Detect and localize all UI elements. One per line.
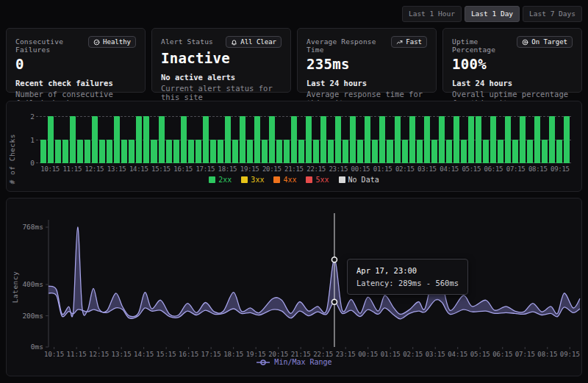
bar-2xx[interactable] bbox=[159, 116, 165, 163]
bar-2xx[interactable] bbox=[483, 140, 489, 163]
bar-2xx[interactable] bbox=[62, 140, 68, 163]
bar-2xx[interactable] bbox=[166, 140, 172, 163]
latency-y-axis-label: Latency bbox=[11, 271, 19, 304]
badge-label: Fast bbox=[406, 38, 422, 46]
bar-2xx[interactable] bbox=[40, 140, 46, 163]
bar-2xx[interactable] bbox=[306, 116, 312, 163]
bar-2xx[interactable] bbox=[276, 140, 282, 163]
range-button-7-days[interactable]: Last 7 Days bbox=[523, 6, 582, 22]
legend-item-5xx[interactable]: 5xx bbox=[306, 176, 329, 184]
bar-2xx[interactable] bbox=[143, 116, 149, 163]
x-tick-label: 10:15 bbox=[40, 165, 60, 173]
bar-2xx[interactable] bbox=[498, 140, 503, 163]
status-badge-healthy: Healthy bbox=[88, 36, 136, 48]
bar-2xx[interactable] bbox=[269, 116, 275, 163]
range-button-1-day[interactable]: Last 1 Day bbox=[465, 6, 520, 22]
bar-2xx[interactable] bbox=[196, 140, 201, 163]
bar-2xx[interactable] bbox=[556, 140, 562, 163]
latency-chart[interactable]: Latency0ms200ms400ms768ms10:1511:1512:15… bbox=[7, 201, 581, 358]
bar-2xx[interactable] bbox=[225, 116, 231, 163]
bar-2xx[interactable] bbox=[402, 140, 408, 163]
bar-2xx[interactable] bbox=[188, 140, 194, 163]
bar-2xx[interactable] bbox=[395, 116, 401, 163]
x-tick-label: 11:15 bbox=[67, 351, 87, 358]
bar-2xx[interactable] bbox=[468, 116, 474, 163]
y-tick-label: 0ms bbox=[31, 343, 43, 351]
bar-2xx[interactable] bbox=[284, 140, 290, 163]
legend-item-3xx[interactable]: 3xx bbox=[241, 176, 264, 184]
legend-item-no-data[interactable]: No Data bbox=[339, 176, 379, 184]
tooltip-latency-range: Latency: 289ms - 560ms bbox=[356, 279, 459, 287]
x-tick-label: 18:15 bbox=[223, 351, 243, 358]
bar-2xx[interactable] bbox=[247, 140, 253, 163]
bar-2xx[interactable] bbox=[439, 116, 445, 163]
bar-2xx[interactable] bbox=[564, 116, 570, 163]
bar-2xx[interactable] bbox=[181, 116, 187, 163]
bar-2xx[interactable] bbox=[542, 140, 548, 163]
bar-2xx[interactable] bbox=[232, 140, 238, 163]
bar-2xx[interactable] bbox=[210, 140, 216, 163]
x-tick-label: 02:15 bbox=[403, 351, 423, 358]
trend-up-icon bbox=[396, 39, 403, 46]
bar-2xx[interactable] bbox=[335, 116, 341, 163]
bar-2xx[interactable] bbox=[121, 140, 127, 163]
bar-2xx[interactable] bbox=[446, 140, 452, 163]
bar-2xx[interactable] bbox=[424, 116, 430, 163]
bar-2xx[interactable] bbox=[240, 116, 245, 163]
card-title: Alert Status bbox=[161, 36, 213, 46]
bar-2xx[interactable] bbox=[262, 140, 268, 163]
checks-plot-area[interactable]: 2 1 0 bbox=[39, 116, 571, 163]
bar-2xx[interactable] bbox=[70, 116, 76, 163]
bar-2xx[interactable] bbox=[461, 140, 467, 163]
card-uptime-percentage: Uptime Percentage On Target 100% Last 24… bbox=[442, 28, 582, 93]
bar-2xx[interactable] bbox=[365, 116, 370, 163]
bar-2xx[interactable] bbox=[328, 140, 334, 163]
target-icon bbox=[522, 39, 528, 46]
bar-2xx[interactable] bbox=[476, 116, 481, 163]
bar-2xx[interactable] bbox=[350, 116, 356, 163]
bar-2xx[interactable] bbox=[357, 140, 363, 163]
bar-2xx[interactable] bbox=[453, 116, 459, 163]
bar-2xx[interactable] bbox=[48, 116, 54, 163]
bar-2xx[interactable] bbox=[92, 116, 98, 163]
bar-2xx[interactable] bbox=[129, 140, 135, 163]
bar-2xx[interactable] bbox=[549, 116, 555, 163]
legend-item-2xx[interactable]: 2xx bbox=[209, 176, 232, 184]
bar-2xx[interactable] bbox=[417, 140, 423, 163]
bar-2xx[interactable] bbox=[85, 140, 90, 163]
bar-2xx[interactable] bbox=[520, 116, 526, 163]
bar-2xx[interactable] bbox=[114, 116, 120, 163]
bar-2xx[interactable] bbox=[291, 116, 297, 163]
bar-2xx[interactable] bbox=[534, 116, 540, 163]
bar-2xx[interactable] bbox=[490, 116, 496, 163]
range-button-1-hour[interactable]: Last 1 Hour bbox=[402, 6, 462, 22]
latency-legend[interactable]: Min/Max Range bbox=[7, 358, 581, 366]
bar-2xx[interactable] bbox=[173, 140, 179, 163]
bar-2xx[interactable] bbox=[372, 140, 378, 163]
bar-2xx[interactable] bbox=[505, 116, 511, 163]
bar-2xx[interactable] bbox=[379, 116, 385, 163]
bar-2xx[interactable] bbox=[527, 140, 533, 163]
x-tick-label: 00:15 bbox=[358, 351, 378, 358]
bar-2xx[interactable] bbox=[55, 140, 61, 163]
bar-2xx[interactable] bbox=[313, 140, 319, 163]
bar-2xx[interactable] bbox=[136, 116, 142, 163]
bar-2xx[interactable] bbox=[320, 116, 326, 163]
bar-2xx[interactable] bbox=[107, 140, 112, 163]
bar-2xx[interactable] bbox=[431, 140, 437, 163]
bar-2xx[interactable] bbox=[512, 140, 518, 163]
bar-2xx[interactable] bbox=[203, 116, 209, 163]
bar-2xx[interactable] bbox=[298, 140, 304, 163]
bar-2xx[interactable] bbox=[343, 140, 348, 163]
bar-2xx[interactable] bbox=[387, 140, 392, 163]
x-tick-label: 13:15 bbox=[107, 165, 126, 173]
bar-2xx[interactable] bbox=[218, 140, 223, 163]
bar-2xx[interactable] bbox=[151, 140, 157, 163]
x-tick-label: 07:15 bbox=[506, 165, 526, 173]
legend-item-4xx[interactable]: 4xx bbox=[273, 176, 296, 184]
bar-2xx[interactable] bbox=[77, 140, 83, 163]
bar-2xx[interactable] bbox=[409, 116, 415, 163]
bar-2xx[interactable] bbox=[254, 116, 260, 163]
bar-2xx[interactable] bbox=[99, 140, 105, 163]
header: Last 1 Hour Last 1 Day Last 7 Days bbox=[6, 6, 582, 22]
